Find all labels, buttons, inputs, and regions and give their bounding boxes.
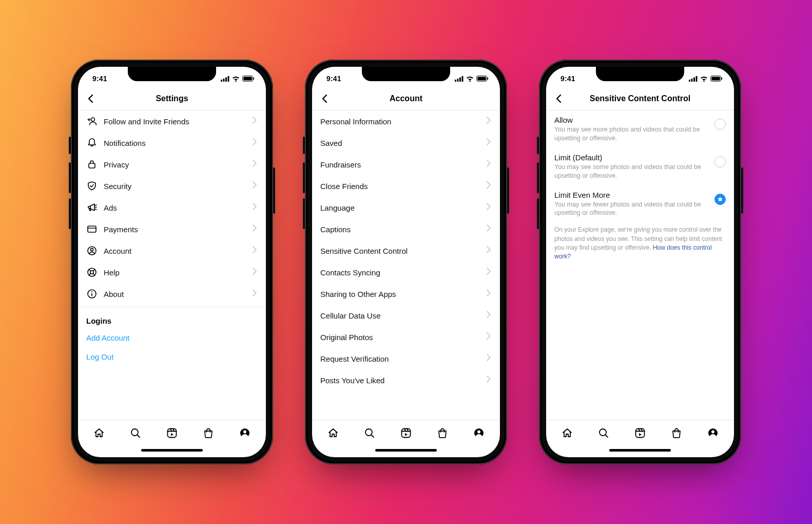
tab-shop[interactable]: [670, 426, 683, 440]
chevron-right-icon: [250, 137, 259, 148]
chevron-right-icon: [250, 223, 259, 235]
row-captions[interactable]: Captions: [312, 218, 500, 240]
option-title: Limit (Default): [554, 153, 709, 162]
option-limit-default[interactable]: Limit (Default) You may see some photos …: [546, 148, 734, 185]
tab-search[interactable]: [363, 426, 376, 440]
row-label: Notifications: [104, 139, 250, 147]
row-help[interactable]: Help: [78, 261, 266, 283]
row-label: Sensitive Content Control: [320, 247, 485, 255]
add-account-link[interactable]: Add Account: [78, 328, 266, 347]
log-out-link[interactable]: Log Out: [78, 347, 266, 366]
chevron-right-icon: [250, 202, 259, 213]
row-label: Follow and Invite Friends: [104, 117, 250, 126]
row-sensitive-content-control[interactable]: Sensitive Content Control: [312, 240, 500, 261]
home-indicator: [141, 449, 203, 452]
row-saved[interactable]: Saved: [312, 132, 500, 154]
row-posts-liked[interactable]: Posts You've Liked: [312, 369, 500, 391]
tab-home[interactable]: [92, 426, 106, 440]
tab-bar: [312, 420, 500, 446]
tab-reels[interactable]: [165, 426, 179, 440]
battery-icon: [710, 76, 723, 82]
radio-allow[interactable]: [714, 119, 726, 130]
chevron-right-icon: [485, 159, 493, 170]
row-personal-information[interactable]: Personal Information: [312, 110, 500, 132]
tab-home[interactable]: [560, 426, 574, 440]
tab-shop[interactable]: [436, 426, 449, 440]
nav-header: Sensitive Content Control: [546, 87, 734, 110]
notch: [596, 67, 684, 81]
row-close-friends[interactable]: Close Friends: [312, 175, 500, 197]
back-button[interactable]: [551, 91, 567, 106]
option-limit-even-more[interactable]: Limit Even More You may see fewer photos…: [546, 185, 734, 223]
notch: [362, 67, 450, 81]
tab-profile[interactable]: [472, 426, 486, 440]
row-sharing-other-apps[interactable]: Sharing to Other Apps: [312, 283, 500, 305]
account-list: Personal Information Saved Fundraisers C…: [312, 110, 500, 420]
option-title: Limit Even More: [554, 191, 709, 199]
row-invite-friends[interactable]: Follow and Invite Friends: [78, 110, 266, 132]
row-label: Saved: [320, 139, 485, 147]
chevron-right-icon: [485, 353, 493, 364]
row-label: Security: [104, 182, 250, 191]
wifi-icon: [232, 76, 240, 82]
invite-icon: [85, 116, 99, 127]
shield-icon: [85, 180, 99, 192]
row-privacy[interactable]: Privacy: [78, 154, 266, 175]
signal-icon: [689, 76, 698, 82]
three-phone-showcase: 9:41 Settings Follow and Invite Friends: [0, 0, 812, 524]
tab-profile[interactable]: [706, 426, 720, 440]
row-notifications[interactable]: Notifications: [78, 132, 266, 154]
row-cellular-data-use[interactable]: Cellular Data Use: [312, 305, 500, 326]
row-account[interactable]: Account: [78, 240, 266, 261]
phone-account: 9:41 Account Personal Information Saved …: [305, 60, 507, 464]
radio-limit-default[interactable]: [714, 156, 726, 167]
card-icon: [85, 223, 99, 235]
page-title: Sensitive Content Control: [590, 94, 690, 103]
chevron-right-icon: [485, 310, 493, 321]
tab-profile[interactable]: [238, 426, 252, 440]
page-title: Account: [390, 94, 422, 103]
row-fundraisers[interactable]: Fundraisers: [312, 154, 500, 175]
chevron-right-icon: [485, 202, 493, 213]
option-subtitle: You may see more photos and videos that …: [554, 125, 709, 143]
chevron-right-icon: [250, 180, 259, 192]
tab-search[interactable]: [129, 426, 142, 440]
nav-header: Account: [312, 87, 500, 110]
chevron-right-icon: [250, 116, 259, 127]
tab-search[interactable]: [597, 426, 610, 440]
signal-icon: [221, 76, 229, 82]
radio-limit-even-more[interactable]: [714, 194, 726, 205]
row-label: Contacts Syncing: [320, 268, 485, 277]
row-about[interactable]: About: [78, 283, 266, 305]
row-original-photos[interactable]: Original Photos: [312, 326, 500, 348]
row-ads[interactable]: Ads: [78, 197, 266, 218]
row-label: Sharing to Other Apps: [320, 290, 485, 298]
tab-home[interactable]: [326, 426, 340, 440]
signal-icon: [455, 76, 463, 82]
page-title: Settings: [156, 94, 188, 103]
row-security[interactable]: Security: [78, 175, 266, 197]
back-button[interactable]: [83, 91, 99, 106]
tab-reels[interactable]: [399, 426, 413, 440]
tab-bar: [78, 420, 266, 446]
tab-bar: [546, 420, 734, 446]
row-label: Original Photos: [320, 333, 485, 342]
lifebuoy-icon: [85, 267, 99, 278]
chevron-right-icon: [485, 331, 493, 343]
row-label: Personal Information: [320, 117, 485, 126]
tab-reels[interactable]: [633, 426, 647, 440]
tab-shop[interactable]: [202, 426, 215, 440]
back-button[interactable]: [317, 91, 333, 106]
row-payments[interactable]: Payments: [78, 218, 266, 240]
status-time: 9:41: [92, 71, 107, 83]
option-allow[interactable]: Allow You may see more photos and videos…: [546, 110, 734, 148]
row-label: Ads: [104, 203, 250, 212]
scc-footer-note: On your Explore page, we're giving you m…: [546, 222, 734, 261]
row-label: Payments: [104, 225, 250, 234]
row-label: About: [104, 290, 250, 298]
row-contacts-syncing[interactable]: Contacts Syncing: [312, 261, 500, 283]
chevron-right-icon: [250, 245, 259, 256]
row-label: Help: [104, 268, 250, 277]
row-language[interactable]: Language: [312, 197, 500, 218]
row-request-verification[interactable]: Request Verification: [312, 348, 500, 369]
